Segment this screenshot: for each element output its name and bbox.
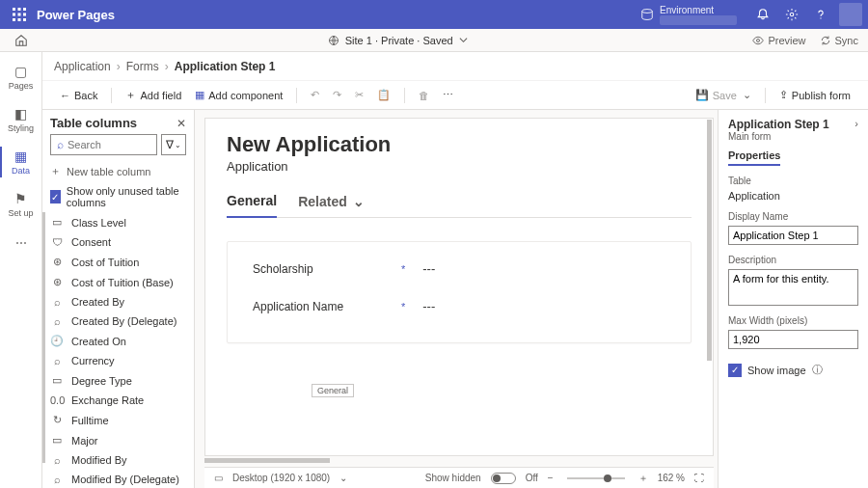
publish-button[interactable]: ⇪Publish form — [773, 86, 856, 104]
close-icon[interactable]: ✕ — [176, 117, 186, 130]
chevron-down-icon[interactable]: ⌄ — [339, 473, 347, 483]
column-item[interactable]: ↻Fulltime — [42, 410, 194, 430]
back-button[interactable]: ←Back — [54, 87, 103, 104]
more-button[interactable]: ⋯ — [437, 86, 459, 104]
layout-picker[interactable]: Desktop (1920 x 1080) — [232, 473, 330, 483]
preview-button[interactable]: Preview — [752, 35, 805, 46]
input-description[interactable] — [728, 269, 858, 306]
styling-icon: ◧ — [14, 106, 27, 122]
global-header: Power Pages Environment — [0, 0, 868, 29]
column-type-icon: ⊛ — [50, 276, 64, 288]
zoom-slider[interactable] — [567, 477, 625, 479]
column-label: Created By (Delegate) — [71, 315, 176, 327]
input-display-name[interactable] — [728, 226, 858, 245]
svg-rect-2 — [23, 8, 26, 11]
field-row[interactable]: Scholarship * --- — [253, 261, 665, 276]
scrollbar[interactable] — [204, 458, 330, 463]
chevron-right-icon[interactable]: › — [854, 118, 858, 129]
column-item[interactable]: ⊛Cost of Tuition — [42, 252, 194, 272]
column-item[interactable]: 🛡Consent — [42, 232, 194, 252]
canvas-statusbar: ▭ Desktop (1920 x 1080) ⌄ Show hidden Of… — [204, 467, 714, 488]
rail-pages[interactable]: ▢ Pages — [0, 56, 42, 98]
chevron-right-icon: › — [117, 60, 121, 73]
search-icon: ⌕ — [57, 138, 64, 151]
column-label: Degree Type — [71, 375, 132, 387]
column-item[interactable]: ⌕Modified By (Delegate) — [42, 470, 194, 488]
input-max-width[interactable] — [728, 330, 858, 349]
column-type-icon: ▭ — [50, 434, 64, 447]
column-item[interactable]: ⌕Modified By — [42, 450, 194, 470]
layout-icon[interactable]: ▭ — [214, 473, 223, 483]
tab-general[interactable]: General — [227, 187, 277, 218]
setup-icon: ⚑ — [14, 191, 27, 206]
label-display-name: Display Name — [728, 211, 858, 222]
undo-button[interactable]: ↶ — [305, 86, 325, 104]
site-info: Site 1 · Private · Saved — [345, 35, 453, 46]
site-picker[interactable]: Site 1 · Private · Saved — [42, 35, 752, 46]
svg-point-10 — [790, 13, 794, 16]
account-avatar[interactable] — [839, 3, 862, 26]
redo-button[interactable]: ↷ — [327, 86, 347, 104]
checkbox-checked-icon: ✓ — [728, 364, 742, 377]
environment-picker[interactable]: Environment — [640, 5, 737, 25]
cut-button[interactable]: ✂ — [349, 86, 369, 104]
column-type-icon: ⌕ — [50, 454, 64, 466]
new-column-button[interactable]: ＋New table column — [42, 161, 194, 181]
environment-label: Environment — [660, 5, 737, 15]
filter-button[interactable]: ∇⌄ — [161, 134, 186, 155]
svg-point-13 — [757, 39, 760, 41]
rail-data[interactable]: ▦ Data — [0, 141, 42, 183]
field-row[interactable]: Application Name * --- — [253, 299, 665, 313]
crumb-application[interactable]: Application — [54, 60, 111, 73]
crumb-forms[interactable]: Forms — [126, 60, 159, 73]
section-tag[interactable]: General — [312, 384, 354, 397]
app-launcher-icon[interactable] — [6, 8, 33, 21]
breadcrumb: Application › Forms › Application Step 1 — [42, 52, 868, 81]
arrow-left-icon: ← — [60, 90, 70, 101]
show-image-toggle[interactable]: ✓ Show image ⓘ — [728, 359, 858, 381]
rail-setup[interactable]: ⚑ Set up — [0, 183, 42, 226]
rail-more[interactable]: ⋯ — [0, 226, 42, 260]
svg-rect-0 — [13, 8, 15, 11]
column-item[interactable]: ⌕Created By (Delegate) — [42, 312, 194, 331]
column-type-icon: ⌕ — [50, 355, 64, 366]
column-item[interactable]: ▭Major — [42, 430, 194, 450]
notifications-icon[interactable] — [748, 0, 777, 29]
column-item[interactable]: 0.0Exchange Rate — [42, 391, 194, 410]
column-item[interactable]: 🕘Created On — [42, 331, 194, 351]
paste-button[interactable]: 📋 — [371, 86, 396, 104]
add-component-button[interactable]: ▦Add component — [189, 86, 288, 104]
help-icon[interactable] — [806, 0, 835, 29]
zoom-out-button[interactable]: − — [548, 473, 554, 483]
column-item[interactable]: ⊛Cost of Tuition (Base) — [42, 272, 194, 292]
fit-to-screen-button[interactable]: ⛶ — [694, 473, 704, 483]
column-item[interactable]: ⌕Created By — [42, 292, 194, 312]
save-button[interactable]: 💾Save⌄ — [690, 86, 757, 104]
svg-point-11 — [820, 17, 821, 18]
scrollbar[interactable] — [707, 120, 712, 361]
show-hidden-toggle[interactable] — [491, 473, 516, 484]
props-tab-properties[interactable]: Properties — [728, 149, 780, 166]
chevron-down-icon: ⌄ — [175, 141, 181, 149]
form-section[interactable]: Scholarship * --- Application Name * --- — [227, 241, 692, 343]
column-label: Cost of Tuition (Base) — [71, 277, 174, 288]
label-table: Table — [728, 176, 858, 186]
zoom-in-button[interactable]: ＋ — [638, 472, 648, 485]
sync-button[interactable]: Sync — [820, 35, 858, 46]
settings-icon[interactable] — [777, 0, 806, 29]
column-item[interactable]: ▭Degree Type — [42, 370, 194, 391]
add-field-button[interactable]: ＋Add field — [120, 85, 187, 105]
info-icon[interactable]: ⓘ — [812, 363, 823, 377]
home-icon[interactable] — [14, 34, 28, 47]
delete-button[interactable]: 🗑 — [413, 87, 435, 104]
rail-styling[interactable]: ◧ Styling — [0, 98, 42, 141]
search-input[interactable]: ⌕ — [50, 134, 157, 155]
component-icon: ▦ — [195, 89, 204, 101]
tab-related[interactable]: Related⌄ — [298, 187, 365, 217]
chevron-down-icon[interactable]: ⌄ — [743, 89, 751, 101]
scrollbar[interactable] — [42, 212, 45, 463]
show-unused-toggle[interactable]: ✓ Show only unused table columns — [42, 181, 194, 212]
column-item[interactable]: ⌕Currency — [42, 351, 194, 370]
column-item[interactable]: ▭Class Level — [42, 212, 194, 232]
chevron-down-icon: ⌄ — [353, 194, 365, 209]
